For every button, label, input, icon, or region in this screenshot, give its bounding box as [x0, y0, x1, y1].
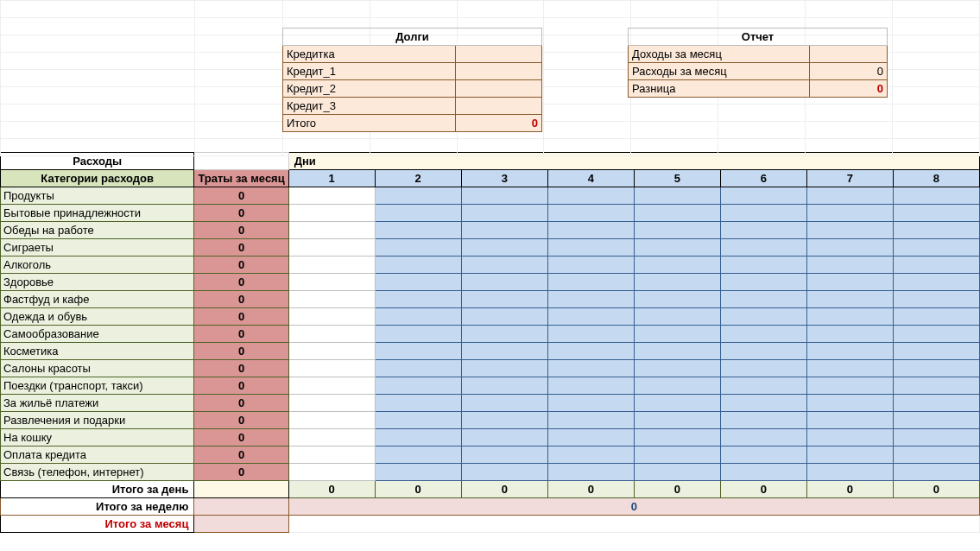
category-cell[interactable]: Здоровье — [1, 274, 194, 291]
day-cell[interactable] — [375, 395, 461, 412]
otchet-row-label[interactable]: Разница — [629, 80, 810, 98]
sheet-cell[interactable] — [631, 1, 718, 18]
day-cell[interactable] — [375, 222, 461, 239]
day-cell[interactable] — [461, 429, 547, 446]
day-cell[interactable] — [375, 326, 461, 343]
category-cell[interactable]: Поездки (транспорт, такси) — [1, 377, 194, 395]
sheet-cell[interactable] — [631, 122, 718, 139]
sheet-cell[interactable] — [1, 70, 195, 87]
day-cell[interactable] — [720, 308, 806, 326]
day-cell[interactable] — [547, 222, 634, 239]
day-cell[interactable] — [634, 446, 720, 464]
day-cell[interactable] — [720, 464, 806, 481]
sheet-cell[interactable] — [1, 87, 195, 104]
day-cell[interactable] — [634, 222, 720, 239]
category-cell[interactable]: Косметика — [1, 343, 194, 360]
sheet-cell[interactable] — [544, 70, 631, 87]
day-cell[interactable] — [375, 412, 461, 429]
day-cell[interactable] — [806, 187, 893, 205]
day-cell[interactable] — [893, 360, 979, 377]
sheet-cell[interactable] — [893, 104, 980, 122]
sheet-cell[interactable] — [893, 70, 980, 87]
dolgi-row-label[interactable]: Кредит_2 — [283, 80, 456, 98]
sheet-cell[interactable] — [282, 1, 370, 18]
day-cell[interactable] — [461, 256, 547, 274]
day-cell[interactable] — [547, 377, 634, 395]
day-cell[interactable] — [720, 291, 806, 308]
day-cell[interactable] — [634, 291, 720, 308]
day-cell[interactable] — [288, 446, 375, 464]
day-cell[interactable] — [720, 343, 806, 360]
day-cell[interactable] — [461, 395, 547, 412]
sheet-cell[interactable] — [1, 53, 195, 70]
day-cell[interactable] — [806, 326, 893, 343]
day-cell[interactable] — [461, 464, 547, 481]
day-cell[interactable] — [288, 274, 375, 291]
day-cell[interactable] — [720, 239, 806, 256]
sheet-cell[interactable] — [544, 35, 631, 53]
day-cell[interactable] — [634, 256, 720, 274]
day-cell[interactable] — [547, 205, 634, 222]
day-cell[interactable] — [461, 343, 547, 360]
day-cell[interactable] — [806, 429, 893, 446]
day-cell[interactable] — [634, 360, 720, 377]
day-cell[interactable] — [806, 343, 893, 360]
sheet-cell[interactable] — [893, 139, 980, 156]
otchet-row-value[interactable]: 0 — [810, 63, 888, 80]
day-cell[interactable] — [634, 343, 720, 360]
day-cell[interactable] — [375, 308, 461, 326]
day-cell[interactable] — [806, 308, 893, 326]
sheet-cell[interactable] — [544, 18, 631, 35]
category-cell[interactable]: Сиграеты — [1, 239, 194, 256]
day-cell[interactable] — [893, 256, 979, 274]
sheet-cell[interactable] — [194, 1, 282, 18]
sheet-cell[interactable] — [370, 1, 457, 18]
day-cell[interactable] — [634, 205, 720, 222]
day-cell[interactable] — [720, 429, 806, 446]
sheet-cell[interactable] — [893, 1, 980, 18]
category-cell[interactable]: Бытовые принадлежности — [1, 205, 194, 222]
sheet-cell[interactable] — [1, 104, 195, 122]
day-cell[interactable] — [375, 377, 461, 395]
sheet-cell[interactable] — [893, 35, 980, 53]
day-cell[interactable] — [461, 326, 547, 343]
sheet-cell[interactable] — [806, 139, 893, 156]
day-cell[interactable] — [893, 205, 979, 222]
day-cell[interactable] — [375, 343, 461, 360]
day-cell[interactable] — [547, 343, 634, 360]
sheet-cell[interactable] — [194, 122, 282, 139]
day-cell[interactable] — [893, 464, 979, 481]
day-cell[interactable] — [375, 239, 461, 256]
day-cell[interactable] — [806, 464, 893, 481]
sheet-cell[interactable] — [194, 35, 282, 53]
sheet-cell[interactable] — [194, 70, 282, 87]
day-cell[interactable] — [288, 256, 375, 274]
day-cell[interactable] — [375, 274, 461, 291]
day-cell[interactable] — [461, 274, 547, 291]
sheet-cell[interactable] — [631, 139, 718, 156]
day-cell[interactable] — [547, 291, 634, 308]
sheet-cell[interactable] — [1, 122, 195, 139]
day-cell[interactable] — [634, 274, 720, 291]
day-cell[interactable] — [288, 360, 375, 377]
day-cell[interactable] — [720, 256, 806, 274]
sheet-cell[interactable] — [544, 104, 631, 122]
dolgi-row-value[interactable] — [456, 63, 542, 80]
dolgi-row-label[interactable]: Кредитка — [283, 46, 456, 63]
day-cell[interactable] — [893, 343, 979, 360]
sheet-cell[interactable] — [544, 122, 631, 139]
day-cell[interactable] — [634, 308, 720, 326]
dolgi-row-value[interactable] — [456, 98, 542, 115]
day-cell[interactable] — [288, 239, 375, 256]
day-cell[interactable] — [893, 308, 979, 326]
day-cell[interactable] — [893, 446, 979, 464]
day-cell[interactable] — [893, 187, 979, 205]
day-cell[interactable] — [634, 412, 720, 429]
day-cell[interactable] — [806, 239, 893, 256]
day-cell[interactable] — [547, 256, 634, 274]
category-cell[interactable]: Продукты — [1, 187, 194, 205]
day-cell[interactable] — [288, 377, 375, 395]
day-cell[interactable] — [547, 429, 634, 446]
day-cell[interactable] — [547, 395, 634, 412]
dolgi-row-label[interactable]: Кредит_1 — [283, 63, 456, 80]
